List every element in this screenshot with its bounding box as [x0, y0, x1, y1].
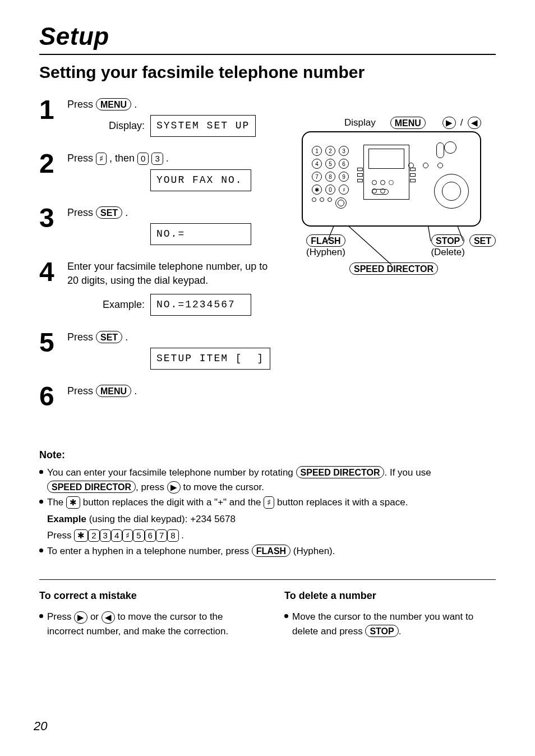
- step-text: Press: [67, 207, 96, 218]
- hash-key: ♯: [264, 496, 274, 509]
- speed-director-button: SPEED DIRECTOR: [47, 481, 136, 493]
- lcd-display: SYSTEM SET UP: [150, 115, 256, 137]
- set-button: SET: [96, 331, 122, 343]
- step-number: 3: [39, 205, 57, 232]
- right-arrow-icon: ▶: [167, 481, 181, 494]
- subsection-heading: To delete a number: [284, 590, 496, 602]
- flash-button-label: FLASH: [306, 234, 345, 247]
- dial-key: 3: [100, 529, 111, 542]
- step-text: Press: [67, 99, 96, 110]
- steps-column: 1 Press MENU . Display: SYSTEM SET UP 2: [39, 96, 275, 423]
- display-label: Display: [344, 117, 376, 128]
- menu-button-label: MENU: [390, 117, 426, 129]
- star-key: ✱: [66, 496, 80, 509]
- dial-key: 2: [88, 529, 99, 542]
- lcd-display: NO.=1234567: [150, 294, 251, 316]
- document-feeder-icon: [363, 145, 409, 200]
- step-number: 2: [39, 150, 57, 177]
- correct-mistake-section: To correct a mistake Press ▶ or ◀ to mov…: [39, 590, 251, 639]
- dial-key: ✱: [74, 529, 88, 542]
- note-bullet: The ✱ button replaces the digit with a "…: [39, 495, 496, 543]
- note-bullet: You can enter your facsimile telephone n…: [39, 465, 496, 494]
- lcd-display: YOUR FAX NO.: [150, 169, 251, 191]
- dial-key: 8: [167, 529, 178, 542]
- hash-key: ♯: [96, 153, 107, 165]
- dial-key: 4: [111, 529, 122, 542]
- lcd-display: NO.=: [150, 223, 251, 245]
- example-label: Example: [47, 514, 86, 524]
- step-number: 5: [39, 329, 57, 356]
- step-text: Press: [67, 331, 96, 343]
- section-heading: Setting your facsimile telephone number: [39, 63, 496, 82]
- right-arrow-icon: ▶: [74, 611, 87, 624]
- page-title: Setup: [39, 22, 496, 55]
- step-4: 4 Enter your facsimile telephone number,…: [39, 259, 275, 316]
- bullet-item: Move the cursor to the number you want t…: [284, 610, 496, 638]
- speed-director-label: SPEED DIRECTOR: [349, 262, 438, 275]
- lcd-display: SETUP ITEM [ ]: [150, 348, 270, 370]
- right-arrow-icon: ▶: [442, 117, 456, 129]
- step-6: 6 Press MENU .: [39, 383, 275, 410]
- speed-director-button: SPEED DIRECTOR: [296, 466, 385, 478]
- stop-button-label: STOP: [431, 234, 464, 247]
- key-sequence: ✱234♯5678: [74, 530, 178, 541]
- dial-key: 5: [133, 529, 144, 542]
- menu-button: MENU: [96, 385, 131, 397]
- display-label: Display:: [67, 119, 150, 133]
- delete-label: (Delete): [431, 247, 464, 258]
- hyphen-label: (Hyphen): [306, 247, 345, 258]
- stop-button: STOP: [365, 625, 398, 637]
- step-5: 5 Press SET . SETUP ITEM [ ]: [39, 329, 275, 370]
- bullet-item: Press ▶ or ◀ to move the cursor to the i…: [39, 610, 251, 638]
- step-1: 1 Press MENU . Display: SYSTEM SET UP: [39, 96, 275, 137]
- step-text: Press: [67, 385, 96, 397]
- dial-key: 6: [145, 529, 156, 542]
- left-arrow-icon: ◀: [468, 117, 481, 129]
- delete-number-section: To delete a number Move the cursor to th…: [284, 590, 496, 639]
- three-key: 3: [151, 153, 163, 165]
- menu-button: MENU: [96, 98, 131, 110]
- device-diagram: Display MENU ▶ / ◀: [292, 96, 496, 423]
- note-heading: Note:: [39, 449, 496, 461]
- dial-key: 7: [156, 529, 167, 542]
- zero-key: 0: [137, 153, 149, 165]
- note-section: Note: You can enter your facsimile telep…: [39, 449, 496, 558]
- note-bullet: To enter a hyphen in a telephone number,…: [39, 544, 496, 559]
- step-number: 6: [39, 383, 57, 410]
- set-button: SET: [96, 206, 122, 219]
- subsection-heading: To correct a mistake: [39, 590, 251, 602]
- divider: [39, 579, 496, 580]
- page-number: 20: [34, 719, 47, 734]
- step-text: Enter your facsimile telephone number, u…: [67, 260, 275, 288]
- step-2: 2 Press ♯ , then 0 3 . YOUR FAX NO.: [39, 150, 275, 191]
- step-number: 4: [39, 259, 57, 285]
- step-text: Press: [67, 153, 96, 164]
- flash-button: FLASH: [252, 545, 290, 557]
- step-number: 1: [39, 96, 57, 123]
- example-label: Example:: [67, 298, 150, 312]
- left-arrow-icon: ◀: [102, 611, 115, 624]
- step-3: 3 Press SET . NO.=: [39, 205, 275, 245]
- dial-key: ♯: [122, 529, 133, 542]
- set-button-label: SET: [469, 234, 496, 247]
- dial-keypad-icon: 123 456 789 ✱0♯: [312, 146, 349, 209]
